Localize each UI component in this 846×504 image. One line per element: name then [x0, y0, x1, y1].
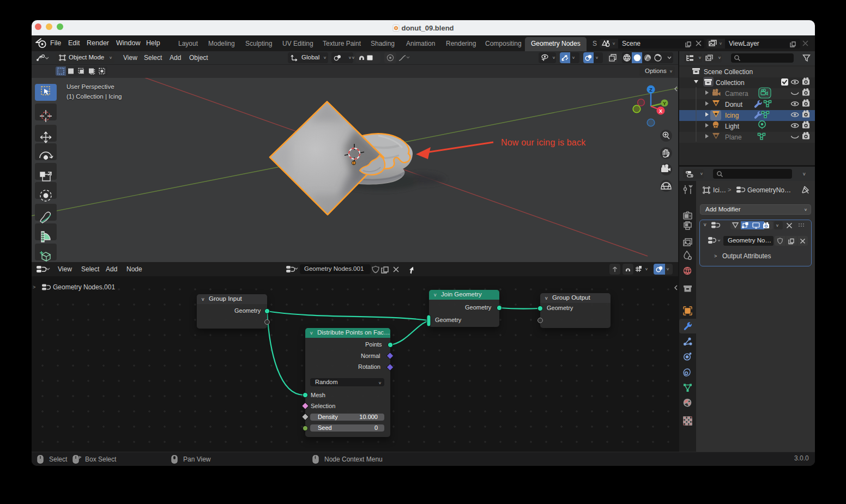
svg-text:Now our icing is back: Now our icing is back	[501, 138, 586, 147]
svg-text:Box Select: Box Select	[85, 456, 117, 463]
svg-text:Y: Y	[663, 101, 666, 106]
svg-text:X: X	[659, 108, 662, 114]
svg-text:Node Context Menu: Node Context Menu	[324, 456, 383, 463]
svg-text:Z: Z	[649, 87, 652, 93]
svg-text:Pan View: Pan View	[183, 456, 211, 463]
svg-text:Select: Select	[49, 456, 68, 463]
